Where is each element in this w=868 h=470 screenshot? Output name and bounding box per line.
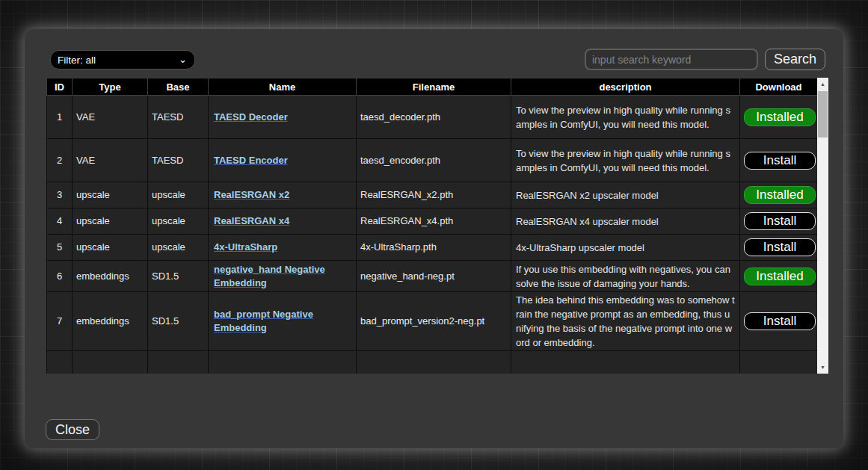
- cell-filename: negative_hand-neg.pt: [357, 261, 511, 292]
- cell-filename: taesd_decoder.pth: [357, 96, 511, 139]
- column-header-id: ID: [47, 78, 73, 96]
- model-link[interactable]: RealESRGAN x2: [214, 189, 289, 200]
- cell-base: TAESD: [148, 96, 209, 139]
- install-button[interactable]: Install: [744, 152, 816, 170]
- cell-type: upscale: [73, 208, 148, 235]
- cell-download: Install: [740, 235, 818, 261]
- scrollbar-thumb[interactable]: [818, 91, 828, 137]
- column-header-description: description: [511, 78, 740, 96]
- table-row: 4 upscale upscale RealESRGAN x4 RealESRG…: [47, 208, 818, 235]
- cell-description: 4x-UltraSharp upscaler model: [511, 235, 740, 261]
- model-link[interactable]: TAESD Encoder: [214, 155, 288, 166]
- cell-id: 5: [47, 235, 73, 261]
- model-link[interactable]: 4x-UltraSharp: [214, 241, 277, 253]
- install-button[interactable]: Install: [744, 312, 816, 330]
- cell-filename: [357, 351, 511, 374]
- cell-id: 3: [47, 182, 73, 208]
- close-button[interactable]: Close: [46, 419, 99, 440]
- cell-filename: RealESRGAN_x2.pth: [357, 182, 511, 208]
- cell-name: negative_hand Negative Embedding: [209, 261, 357, 292]
- model-link[interactable]: bad_prompt Negative Embedding: [214, 309, 313, 333]
- install-button[interactable]: Installed: [744, 108, 816, 126]
- filter-select-wrap: Filter: all ⌄: [50, 50, 195, 69]
- filter-select[interactable]: Filter: all: [50, 50, 195, 69]
- table-row: 3 upscale upscale RealESRGAN x2 RealESRG…: [47, 182, 818, 208]
- table-row: These embedding learn what disgusting co…: [47, 351, 818, 374]
- cell-id: 2: [47, 139, 73, 182]
- search-input[interactable]: [585, 49, 758, 70]
- cell-download: Install: [740, 208, 818, 235]
- model-table-scroll-area: IDTypeBaseNameFilenamedescriptionDownloa…: [46, 78, 817, 374]
- cell-filename: bad_prompt_version2-neg.pt: [357, 292, 511, 351]
- cell-filename: taesd_encoder.pth: [357, 139, 511, 182]
- cell-type: VAE: [73, 139, 148, 182]
- install-button[interactable]: Installed: [744, 186, 816, 204]
- cell-type: embeddings: [73, 292, 148, 351]
- cell-base: SD1.5: [148, 261, 209, 292]
- search-group: Search: [585, 49, 825, 70]
- cell-download: Installed: [740, 182, 818, 208]
- cell-description: These embedding learn what disgusting co…: [511, 351, 740, 374]
- cell-base: upscale: [148, 235, 209, 261]
- cell-download: Install: [740, 139, 818, 182]
- table-row: 1 VAE TAESD TAESD Decoder taesd_decoder.…: [47, 96, 818, 139]
- model-link[interactable]: negative_hand Negative Embedding: [214, 264, 325, 288]
- model-table-container: IDTypeBaseNameFilenamedescriptionDownloa…: [46, 78, 828, 374]
- comfyui-canvas: { "toolbar": { "filter_label": "Filter: …: [0, 0, 868, 470]
- cell-download: [740, 351, 818, 374]
- column-header-base: Base: [148, 78, 209, 96]
- install-button[interactable]: Install: [744, 238, 816, 256]
- column-header-download: Download: [740, 78, 818, 96]
- cell-download: Installed: [740, 96, 818, 139]
- table-row: 7 embeddings SD1.5 bad_prompt Negative E…: [47, 292, 818, 351]
- cell-description: RealESRGAN x2 upscaler model: [511, 182, 740, 208]
- cell-name: [209, 351, 357, 374]
- cell-id: 6: [47, 261, 73, 292]
- cell-base: upscale: [148, 182, 209, 208]
- cell-base: upscale: [148, 208, 209, 235]
- scroll-up-icon[interactable]: ▲: [817, 78, 828, 90]
- cell-description: RealESRGAN x4 upscaler model: [511, 208, 740, 235]
- install-button[interactable]: Installed: [744, 268, 816, 285]
- cell-name: TAESD Decoder: [209, 96, 357, 139]
- model-link[interactable]: RealESRGAN x4: [214, 215, 289, 226]
- cell-name: RealESRGAN x4: [209, 208, 357, 235]
- column-header-name: Name: [209, 78, 357, 96]
- cell-base: [148, 351, 209, 374]
- scroll-down-icon[interactable]: ▼: [817, 361, 828, 374]
- cell-id: 4: [47, 208, 73, 235]
- cell-name: TAESD Encoder: [209, 139, 357, 182]
- cell-description: To view the preview in high quality whil…: [511, 96, 740, 139]
- install-button[interactable]: Install: [744, 212, 816, 230]
- cell-description: If you use this embedding with negatives…: [511, 261, 740, 292]
- model-manager-dialog: Filter: all ⌄ Search IDTypeBaseNameFilen…: [25, 29, 843, 448]
- cell-description: To view the preview in high quality whil…: [511, 139, 740, 182]
- cell-type: upscale: [73, 182, 148, 208]
- cell-id: 1: [47, 96, 73, 139]
- model-table: IDTypeBaseNameFilenamedescriptionDownloa…: [46, 78, 817, 374]
- cell-type: VAE: [73, 96, 148, 139]
- cell-name: RealESRGAN x2: [209, 182, 357, 208]
- cell-description: The idea behind this embedding was to so…: [511, 292, 740, 351]
- cell-id: [47, 351, 73, 374]
- cell-name: bad_prompt Negative Embedding: [209, 292, 357, 351]
- cell-base: TAESD: [148, 139, 209, 182]
- cell-id: 7: [47, 292, 73, 351]
- cell-download: Installed: [740, 261, 818, 292]
- cell-filename: RealESRGAN_x4.pth: [357, 208, 511, 235]
- cell-base: SD1.5: [148, 292, 209, 351]
- table-row: 5 upscale upscale 4x-UltraSharp 4x-Ultra…: [47, 235, 818, 261]
- cell-type: upscale: [73, 235, 148, 261]
- table-scrollbar[interactable]: ▲ ▼: [817, 78, 828, 374]
- column-header-filename: Filename: [357, 78, 511, 96]
- cell-type: [73, 351, 148, 374]
- cell-type: embeddings: [73, 261, 148, 292]
- table-row: 6 embeddings SD1.5 negative_hand Negativ…: [47, 261, 818, 292]
- table-row: 2 VAE TAESD TAESD Encoder taesd_encoder.…: [47, 139, 818, 182]
- column-header-type: Type: [73, 78, 148, 96]
- cell-filename: 4x-UltraSharp.pth: [357, 235, 511, 261]
- table-header-row: IDTypeBaseNameFilenamedescriptionDownloa…: [47, 78, 818, 96]
- cell-name: 4x-UltraSharp: [209, 235, 357, 261]
- search-button[interactable]: Search: [765, 49, 825, 70]
- model-link[interactable]: TAESD Decoder: [214, 111, 288, 123]
